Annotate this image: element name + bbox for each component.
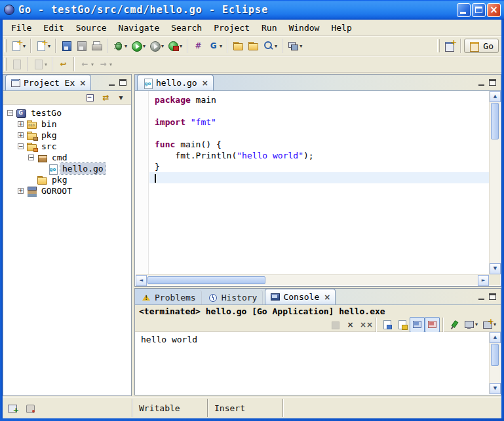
tree-expander-icon[interactable]: + (18, 132, 24, 138)
menu-source[interactable]: Source (70, 21, 113, 35)
code-line[interactable]: } (149, 161, 489, 172)
remove-all-launches-button[interactable]: ×× (358, 317, 373, 333)
tab-problems[interactable]: Problems (137, 290, 202, 304)
minimize-view-button[interactable] (107, 78, 118, 88)
remove-launch-button[interactable]: × (343, 317, 358, 333)
last-edit-location-button[interactable]: ↩ (56, 56, 71, 72)
code-editor[interactable]: package mainimport "fmt"func main() { fm… (136, 91, 500, 285)
new-go-element-button[interactable]: ▾ (34, 38, 52, 54)
scroll-down-icon[interactable]: ▼ (490, 383, 501, 394)
code-line[interactable]: fmt.Println("hello world"); (149, 150, 489, 161)
toolbar-grip[interactable] (437, 39, 440, 52)
title-bar[interactable]: Go - testGo/src/cmd/hello.go - Eclipse × (0, 0, 504, 20)
maximize-view-button[interactable] (488, 292, 499, 302)
pin-console-button[interactable] (446, 317, 461, 333)
team-synchronize-button[interactable]: ▾ (286, 38, 304, 54)
menu-help[interactable]: Help (325, 21, 357, 35)
view-menu-button[interactable]: ▾ (113, 91, 128, 104)
console-vertical-scrollbar[interactable]: ▲ ▼ (489, 332, 500, 394)
search-button[interactable]: ▾ (261, 38, 279, 54)
scroll-down-icon[interactable]: ▼ (490, 263, 501, 274)
tree-expander-icon[interactable]: − (18, 143, 24, 149)
tree-expander-icon[interactable]: − (28, 155, 34, 160)
scroll-left-icon[interactable]: ◄ (136, 275, 147, 286)
tree-item-pkg[interactable]: pkg (3, 174, 131, 185)
save-all-button[interactable] (74, 38, 89, 54)
code-line[interactable] (149, 128, 489, 139)
console-output-area[interactable]: hello world ▲ ▼ (136, 332, 500, 394)
minimize-view-button[interactable] (476, 78, 488, 88)
tree-item-bin[interactable]: +bin (3, 119, 131, 130)
code-line[interactable]: import "fmt" (149, 117, 489, 128)
dropdown-arrow-icon[interactable]: ▾ (91, 62, 94, 67)
scroll-up-icon[interactable]: ▲ (490, 91, 501, 102)
open-perspective-button[interactable] (442, 38, 457, 54)
dropdown-arrow-icon[interactable]: ▾ (143, 43, 145, 49)
menu-search[interactable]: Search (165, 21, 208, 35)
dropdown-arrow-icon[interactable]: ▾ (45, 62, 47, 67)
run-button[interactable]: ▾ (129, 38, 147, 54)
dropdown-arrow-icon[interactable]: ▾ (475, 321, 478, 327)
menu-navigate[interactable]: Navigate (113, 21, 166, 35)
tree-item-pkg[interactable]: +pkg (3, 130, 131, 141)
tree-expander-icon[interactable]: + (18, 188, 24, 194)
dropdown-arrow-icon[interactable]: ▾ (180, 43, 182, 49)
print-button[interactable] (89, 38, 104, 54)
tab-console[interactable]: Console× (265, 289, 336, 304)
toolbar-grip[interactable] (4, 39, 7, 52)
scroll-up-icon[interactable]: ▲ (490, 332, 501, 343)
import-jar-button[interactable] (231, 38, 246, 54)
display-console-button[interactable]: ▾ (461, 317, 480, 333)
dropdown-arrow-icon[interactable]: ▾ (275, 43, 277, 49)
tree-item-goroot[interactable]: +GOROOT (3, 185, 131, 196)
go-tools-button[interactable]: G▾ (206, 38, 224, 54)
link-with-editor-button[interactable]: ⇄ (98, 91, 113, 104)
tree-expander-icon[interactable]: + (18, 121, 24, 127)
dropdown-arrow-icon[interactable]: ▾ (109, 62, 112, 67)
code-line[interactable]: func main() { (149, 139, 489, 150)
scrollbar-thumb[interactable] (147, 276, 265, 284)
maximize-button[interactable] (472, 3, 486, 17)
collapse-all-button[interactable] (83, 91, 98, 104)
close-view-icon[interactable]: × (79, 79, 86, 88)
menu-project[interactable]: Project (208, 21, 256, 35)
menu-file[interactable]: File (5, 21, 37, 35)
debug-button[interactable]: ▾ (111, 38, 129, 54)
scrollbar-thumb[interactable] (491, 103, 499, 139)
show-stdout-button[interactable] (410, 317, 425, 333)
maximize-view-button[interactable] (488, 78, 499, 88)
external-tools-button[interactable]: ▾ (166, 38, 184, 54)
new-wizard-button[interactable]: ▾ (9, 38, 28, 54)
close-button[interactable]: × (487, 3, 501, 17)
dropdown-arrow-icon[interactable]: ▾ (300, 43, 302, 49)
fast-view-button[interactable] (5, 401, 20, 416)
tab-history[interactable]: History (204, 290, 263, 304)
toolbar-grip[interactable] (4, 58, 7, 71)
dropdown-arrow-icon[interactable]: ▾ (220, 43, 222, 49)
scrollbar-thumb[interactable] (491, 344, 499, 366)
tree-item-hello-go[interactable]: hello.go (3, 163, 131, 174)
code-area[interactable]: package mainimport "fmt"func main() { fm… (149, 91, 489, 274)
open-console-button[interactable]: ▾ (480, 317, 498, 333)
code-line[interactable] (149, 105, 489, 117)
editor-horizontal-scrollbar[interactable]: ◄ ► (136, 274, 489, 285)
open-resource-button[interactable] (246, 38, 261, 54)
code-line[interactable]: package main (149, 94, 489, 105)
new-go-package-button[interactable]: # (191, 38, 206, 54)
clear-console-button[interactable] (379, 317, 395, 333)
menu-window[interactable]: Window (282, 21, 325, 35)
maximize-view-button[interactable] (118, 78, 129, 88)
run-last-tool-button[interactable]: ▾ (147, 38, 166, 54)
tree-item-src[interactable]: −src (3, 141, 131, 152)
code-line[interactable] (149, 172, 489, 183)
tree-item-testgo[interactable]: −testGo (3, 107, 131, 119)
go-perspective-button[interactable]: Go (464, 39, 499, 53)
tree-item-cmd[interactable]: −cmd (3, 152, 131, 163)
minimize-button[interactable] (457, 3, 471, 17)
dropdown-arrow-icon[interactable]: ▾ (125, 43, 127, 49)
tree-expander-icon[interactable]: − (7, 110, 13, 116)
save-button[interactable] (59, 38, 74, 54)
close-view-icon[interactable]: × (324, 293, 330, 302)
scroll-lock-button[interactable] (395, 317, 410, 333)
dropdown-arrow-icon[interactable]: ▾ (161, 43, 164, 49)
